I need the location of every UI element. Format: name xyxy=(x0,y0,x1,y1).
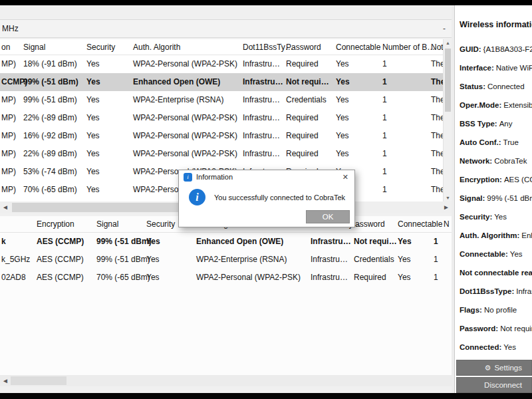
cell: 99% (-51 dBm) xyxy=(23,73,78,91)
cell: Yes xyxy=(86,181,100,199)
panel-fields: GUID:{A1B8A303-F25 Interface:Native WiFi… xyxy=(460,40,532,356)
cell: WPA2-Personal (WPA2-PSK) xyxy=(133,145,237,163)
cell: 1 xyxy=(382,127,387,145)
cell: Infrastru… xyxy=(243,109,280,127)
cell: Yes xyxy=(86,163,100,181)
network-row[interactable]: MP) 22% (-89 dBm) Yes WPA2-Personal (WPA… xyxy=(0,145,443,163)
vertical-scrollbar[interactable]: ▲ ▼ xyxy=(443,39,452,201)
scroll-left-icon[interactable]: ◄ xyxy=(0,201,11,213)
gear-icon: ⚙ xyxy=(485,364,491,372)
cell: Yes xyxy=(398,233,412,251)
close-icon[interactable]: ✕ xyxy=(342,170,348,184)
cell: 1 xyxy=(382,181,387,199)
dialog-title: Information xyxy=(196,170,233,184)
cell: Enhanced Open (OWE) xyxy=(133,73,220,91)
info-icon: i xyxy=(189,189,205,205)
cell: 1 xyxy=(434,269,438,287)
column-header-auth-algorithm[interactable]: Auth. Algorith xyxy=(133,39,180,55)
cell: AES (CCMP) xyxy=(37,269,84,287)
cell: MP) xyxy=(1,109,16,127)
scroll-left-icon[interactable]: ◄ xyxy=(0,375,11,386)
info-icon: i xyxy=(184,173,192,182)
cell: The c… xyxy=(431,109,443,127)
disconnect-button[interactable]: Disconnect xyxy=(456,377,532,393)
network-row[interactable]: MP) 22% (-89 dBm) Yes WPA2-Personal (WPA… xyxy=(0,109,443,127)
column-header-connectable[interactable]: Connectable xyxy=(398,216,442,232)
cell: Infrastru… xyxy=(243,127,280,145)
wireless-info-panel: Wireless information GUID:{A1B8A303-F25 … xyxy=(454,5,532,393)
cell: Required xyxy=(354,269,386,287)
info-field-guid: GUID:{A1B8A303-F25 xyxy=(460,40,532,59)
profile-row[interactable]: k_5GHz AES (CCMP) 99% (-51 dBm) Yes WPA2… xyxy=(0,251,454,269)
cell: 1 xyxy=(382,55,387,73)
cell: WPA2-Personal (WPA2-PSK) xyxy=(133,55,237,73)
cell: Yes xyxy=(398,269,411,287)
column-header-number-of-bssids[interactable]: Number of B… xyxy=(382,39,435,55)
cell: 1 xyxy=(434,233,438,251)
cell: AES (CCMP) xyxy=(37,233,84,251)
frequency-label: MHz xyxy=(2,20,19,37)
cell: The c… xyxy=(431,163,443,181)
column-header-not-connectable[interactable]: Not c… xyxy=(431,39,443,55)
cell: Required xyxy=(286,109,319,127)
column-header-signal[interactable]: Signal xyxy=(96,216,118,232)
settings-button[interactable]: ⚙Settings xyxy=(456,360,532,376)
dialog-titlebar[interactable]: i Information ✕ xyxy=(179,170,354,184)
ok-button[interactable]: OK xyxy=(306,210,350,223)
cell: Not requi… xyxy=(286,73,329,91)
cell: Enhanced Open (OWE) xyxy=(196,233,283,251)
scrollbar-thumb[interactable] xyxy=(445,49,451,112)
cell: Yes xyxy=(86,91,100,109)
cell: Yes xyxy=(86,109,100,127)
scroll-right-icon[interactable]: ► xyxy=(441,201,452,213)
dropdown-glyph[interactable]: - xyxy=(443,20,446,37)
networks-table-header: on Signal Security Auth. Algorith Dot11B… xyxy=(0,39,443,55)
panel-title: Wireless information xyxy=(460,20,532,29)
cell: Infrastru… xyxy=(243,91,280,109)
cell: Infrastru… xyxy=(311,269,348,287)
network-row-selected[interactable]: CCMP) 99% (-51 dBm) Yes Enhanced Open (O… xyxy=(0,73,443,91)
cell: 18% (-91 dBm) xyxy=(23,55,77,73)
cell: 02AD8 xyxy=(1,269,26,287)
cell: Infrastru… xyxy=(243,55,280,73)
cell: Credentials xyxy=(354,251,394,269)
info-field-status: Status:Connected xyxy=(460,77,532,96)
column-header-encryption[interactable]: on xyxy=(1,39,10,55)
scrollbar-thumb[interactable] xyxy=(12,203,192,212)
cell: 1 xyxy=(434,251,438,269)
info-field-auto-conf: Auto Conf.:True xyxy=(460,133,532,152)
scrollbar-thumb[interactable] xyxy=(11,376,66,385)
cell: MP) xyxy=(1,91,16,109)
cell: Yes xyxy=(336,91,349,109)
info-field-not-connectable-reason: Not connectable reas xyxy=(460,263,532,282)
column-header-encryption[interactable]: Encryption xyxy=(37,216,74,232)
info-field-security: Security:Yes xyxy=(460,207,532,226)
column-header-connectable[interactable]: Connectable xyxy=(336,39,380,55)
cell: MP) xyxy=(1,163,16,181)
cell: Credentials xyxy=(286,91,327,109)
info-field-signal: Signal:99% (-51 dBm xyxy=(460,189,532,207)
cell: k_5GHz xyxy=(1,251,30,269)
cell: 99% (-51 dBm) xyxy=(96,233,152,251)
info-field-encryption: Encryption:AES (CCM xyxy=(460,170,532,189)
cell: WPA2-Personal (WPA2-PSK) xyxy=(133,109,237,127)
cell: Yes xyxy=(336,127,349,145)
network-row[interactable]: MP) 18% (-91 dBm) Yes WPA2-Personal (WPA… xyxy=(0,55,443,73)
cell: WPA2-Personal (WPA2-PSK) xyxy=(196,269,301,287)
column-header-security[interactable]: Security xyxy=(86,39,115,55)
profile-row-selected[interactable]: k AES (CCMP) 99% (-51 dBm) Yes Enhanced … xyxy=(0,233,454,251)
network-row[interactable]: MP) 16% (-92 dBm) Yes WPA2-Personal (WPA… xyxy=(0,127,443,145)
column-header-security[interactable]: Security xyxy=(146,216,175,232)
cell: 1 xyxy=(382,91,387,109)
info-field-connectable: Connectable:Yes xyxy=(460,245,532,263)
cell: 1 xyxy=(382,145,387,163)
cell: Yes xyxy=(336,145,349,163)
column-header-not-connectable[interactable]: N xyxy=(444,216,450,232)
info-field-connected: Connected:Yes xyxy=(460,338,532,356)
profile-row[interactable]: 02AD8 AES (CCMP) 70% (-65 dBm) Yes WPA2-… xyxy=(0,269,454,287)
cell: The c… xyxy=(431,73,443,91)
column-header-signal[interactable]: Signal xyxy=(23,39,45,55)
horizontal-scrollbar-bottom[interactable]: ◄ xyxy=(0,375,454,386)
column-header-password[interactable]: Password xyxy=(286,39,321,55)
network-row[interactable]: MP) 99% (-51 dBm) Yes WPA2-Enterprise (R… xyxy=(0,91,443,109)
